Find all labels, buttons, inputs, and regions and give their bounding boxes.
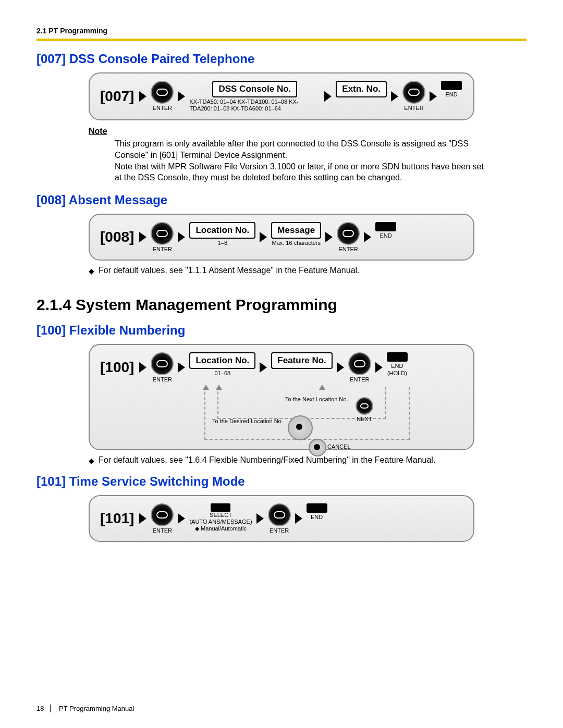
location-no-box: Location No. <box>189 222 255 239</box>
message-sub-label: Max. 16 characters <box>272 240 321 246</box>
location-range-label: 1–8 <box>218 240 227 246</box>
end-button-icon <box>441 81 462 90</box>
end-button-icon <box>387 352 408 362</box>
bullet-100: For default values, see "1.6.4 Flexible … <box>99 455 435 465</box>
arrow-icon <box>139 91 146 102</box>
heading-100: [100] Flexible Numbering <box>36 323 527 338</box>
arrow-icon <box>178 232 185 242</box>
heading-214: 2.1.4 System Management Programming <box>36 296 527 314</box>
enter-dial-icon <box>348 352 371 375</box>
arrow-icon <box>256 513 264 524</box>
enter-label: ENTER <box>153 527 172 534</box>
next-label: NEXT <box>357 416 372 422</box>
code-101: [101] <box>100 510 134 527</box>
arrow-up-icon <box>216 385 222 390</box>
arrow-icon <box>139 362 146 373</box>
select-button-icon <box>211 503 230 512</box>
code-100: [100] <box>100 359 134 376</box>
arrow-icon <box>178 91 185 102</box>
enter-label: ENTER <box>339 246 358 252</box>
note-body-007: This program is only available after the… <box>115 138 490 183</box>
arrow-icon <box>391 91 398 102</box>
note-heading: Note <box>89 127 527 136</box>
end-button-icon <box>375 222 396 231</box>
arrow-icon <box>325 232 333 242</box>
enter-dial-icon <box>151 503 174 526</box>
enter-label: ENTER <box>404 105 423 111</box>
arrow-icon <box>178 513 185 524</box>
message-box: Message <box>271 222 321 239</box>
enter-dial-icon <box>151 81 174 104</box>
bullet-008: For default values, see "1.1.1 Absent Me… <box>99 266 360 275</box>
procedure-101: [101] ENTER SELECT (AUTO ANS/MESSAGE) ◆ … <box>89 495 474 542</box>
hold-label: (HOLD) <box>387 370 407 376</box>
arrow-icon <box>364 232 371 242</box>
cancel-label: CANCEL <box>327 443 351 450</box>
enter-dial-icon <box>337 222 360 245</box>
enter-label: ENTER <box>350 376 369 382</box>
diamond-bullet-icon: ◆ <box>89 456 94 465</box>
end-label: END <box>445 91 457 97</box>
enter-label: ENTER <box>270 527 289 534</box>
enter-dial-icon <box>151 222 174 245</box>
diamond-bullet-icon: ◆ <box>89 267 94 275</box>
arrow-icon <box>324 91 332 102</box>
enter-dial-icon <box>151 352 174 375</box>
select-label: SELECT <box>210 512 232 519</box>
arrow-icon <box>260 232 267 242</box>
enter-dial-icon <box>356 397 373 415</box>
anno-next: To the Next Location No. <box>285 396 348 402</box>
arrow-icon <box>295 513 302 524</box>
arrow-icon <box>178 362 185 373</box>
location-no-box: Location No. <box>189 352 255 369</box>
enter-dial-icon <box>268 503 291 526</box>
select-sub2: ◆ Manual/Automatic <box>195 525 247 532</box>
arrow-up-icon <box>203 385 209 390</box>
end-button-icon <box>307 503 327 513</box>
arrow-icon <box>139 513 146 524</box>
procedure-100: [100] ENTER Location No. 01–68 Feature N… <box>89 344 474 450</box>
code-007: [007] <box>100 88 134 105</box>
code-008: [008] <box>100 229 134 245</box>
select-sub1: (AUTO ANS/MESSAGE) <box>189 519 252 525</box>
arrow-icon <box>139 232 146 242</box>
end-label: END <box>311 514 323 520</box>
location-range-label: 01–68 <box>215 370 231 377</box>
arrow-icon <box>337 362 344 373</box>
header-divider <box>36 39 527 41</box>
arrow-icon <box>430 91 437 102</box>
arrow-icon <box>375 362 383 373</box>
enter-dial-icon <box>402 81 425 104</box>
enter-label: ENTER <box>153 105 172 111</box>
arrow-up-icon <box>319 385 325 390</box>
heading-101: [101] Time Service Switching Mode <box>36 474 527 489</box>
procedure-008: [008] ENTER Location No. 1–8 Message Max… <box>89 214 474 261</box>
heading-008: [008] Absent Message <box>36 193 527 207</box>
feature-no-box: Feature No. <box>271 352 333 369</box>
enter-label: ENTER <box>153 246 172 252</box>
procedure-007: [007] ENTER DSS Console No. KX-TDA50: 01… <box>89 72 474 120</box>
end-label: END <box>391 363 403 369</box>
jog-pad-icon <box>309 439 324 454</box>
anno-desired: To the Desired Location No. <box>212 418 283 424</box>
extn-no-box: Extn. No. <box>336 81 387 97</box>
heading-007: [007] DSS Console Paired Telephone <box>36 52 527 66</box>
arrow-icon <box>260 362 267 373</box>
breadcrumb: 2.1 PT Programming <box>36 27 107 35</box>
jog-pad-icon <box>288 415 311 438</box>
enter-label: ENTER <box>153 376 172 382</box>
dss-console-no-box: DSS Console No. <box>212 81 297 97</box>
end-label: END <box>380 232 392 239</box>
dss-range-label: KX-TDA50: 01–04 KX-TDA100: 01–08 KX-TDA2… <box>189 98 320 112</box>
